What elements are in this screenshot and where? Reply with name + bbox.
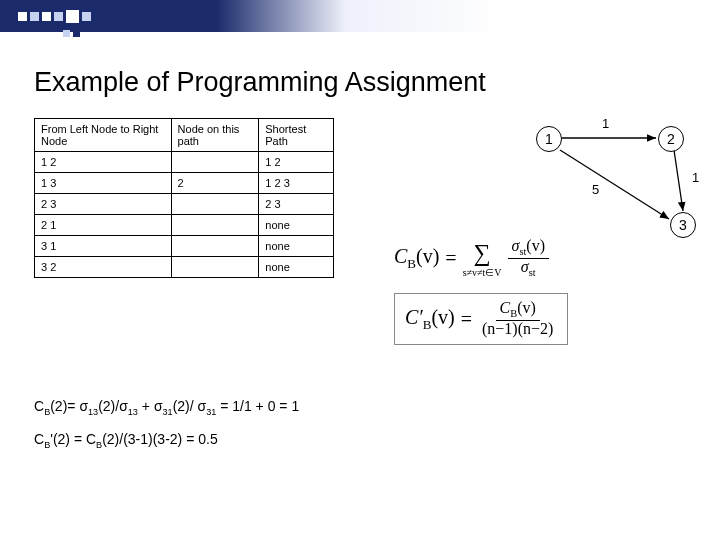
table-row: 1 321 2 3: [35, 173, 334, 194]
graph-node-3: 3: [670, 212, 696, 238]
page-title: Example of Programming Assignment: [34, 67, 720, 98]
table-cell: 3 1: [35, 236, 172, 257]
table-row: 2 1none: [35, 215, 334, 236]
decorative-header: [0, 0, 720, 32]
edge-weight: 5: [592, 182, 599, 197]
table-cell: 3 2: [35, 257, 172, 278]
deco-square: [54, 12, 63, 21]
col-header: Shortest Path: [259, 119, 334, 152]
formula-cb: CB(v) = ∑ s≠v≠t∈V σst(v) σst: [394, 238, 568, 279]
table-row: 1 21 2: [35, 152, 334, 173]
svg-line-1: [674, 150, 683, 211]
equation-2: CB'(2) = CB(2)/(3-1)(3-2) = 0.5: [34, 431, 299, 450]
table-cell: [171, 194, 259, 215]
deco-square: [63, 30, 70, 37]
equation-1: CB(2)= σ13(2)/σ13 + σ31(2)/ σ31 = 1/1 + …: [34, 398, 299, 417]
table-row: 3 1none: [35, 236, 334, 257]
col-header: From Left Node to Right Node: [35, 119, 172, 152]
table-cell: [171, 236, 259, 257]
table-cell: [171, 215, 259, 236]
table-cell: [171, 152, 259, 173]
deco-square: [82, 12, 91, 21]
table-cell: 2 3: [35, 194, 172, 215]
edge-weight: 1: [692, 170, 699, 185]
graph-node-2: 2: [658, 126, 684, 152]
formula-block: CB(v) = ∑ s≠v≠t∈V σst(v) σst C′B(v) = CB…: [394, 238, 568, 359]
deco-square: [18, 12, 27, 21]
deco-square: [30, 12, 39, 21]
graph-diagram: 1 2 3 1 1 5: [514, 108, 714, 258]
svg-line-2: [560, 150, 669, 219]
table-cell: 2: [171, 173, 259, 194]
table-cell: 1 3: [35, 173, 172, 194]
table-row: 3 2none: [35, 257, 334, 278]
table-cell: [171, 257, 259, 278]
table-cell: 1 2 3: [259, 173, 334, 194]
table-cell: none: [259, 215, 334, 236]
table-row: 2 32 3: [35, 194, 334, 215]
edge-weight: 1: [602, 116, 609, 131]
sigma-icon: ∑: [474, 240, 491, 267]
graph-node-1: 1: [536, 126, 562, 152]
table-cell: none: [259, 236, 334, 257]
table-cell: 1 2: [259, 152, 334, 173]
table-cell: none: [259, 257, 334, 278]
table-cell: 1 2: [35, 152, 172, 173]
shortest-path-table: From Left Node to Right Node Node on thi…: [34, 118, 334, 278]
table-cell: 2 1: [35, 215, 172, 236]
deco-square: [42, 12, 51, 21]
table-cell: 2 3: [259, 194, 334, 215]
col-header: Node on this path: [171, 119, 259, 152]
formula-cb-prime: C′B(v) = CB(v) (n−1)(n−2): [394, 293, 568, 345]
worked-equations: CB(2)= σ13(2)/σ13 + σ31(2)/ σ31 = 1/1 + …: [34, 398, 299, 464]
deco-square: [73, 30, 80, 37]
deco-square: [66, 10, 79, 23]
